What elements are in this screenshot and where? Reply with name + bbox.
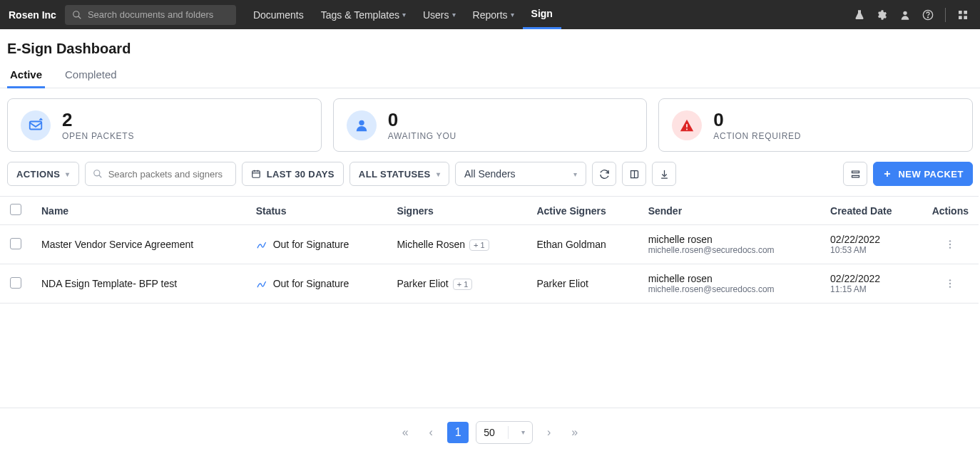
nav-documents[interactable]: Documents	[245, 0, 312, 29]
nav-sign[interactable]: Sign	[523, 0, 561, 29]
col-active-signers[interactable]: Active Signers	[526, 197, 638, 225]
plus-icon	[882, 169, 892, 179]
chevron-down-icon: ▾	[452, 11, 456, 19]
prev-page-button[interactable]: ‹	[422, 423, 440, 442]
svg-point-25	[949, 240, 951, 242]
svg-point-3	[903, 11, 907, 14]
chevron-down-icon: ▾	[511, 11, 514, 19]
flask-icon[interactable]	[854, 9, 865, 21]
address-book-button[interactable]	[622, 162, 646, 186]
nav-utility-icons	[842, 8, 980, 22]
download-button[interactable]	[652, 162, 676, 186]
svg-rect-10	[30, 121, 42, 129]
list-layout-icon	[850, 169, 861, 180]
table-row[interactable]: Master Vendor Service Agreement Out for …	[0, 225, 979, 264]
svg-rect-21	[852, 171, 859, 173]
next-page-button[interactable]: ›	[540, 423, 558, 442]
user-icon[interactable]	[899, 9, 911, 21]
search-icon	[93, 169, 103, 179]
cell-signers: Michelle Rosen+ 1	[387, 225, 526, 264]
cell-signers: Parker Eliot+ 1	[387, 264, 526, 304]
tab-completed[interactable]: Completed	[62, 63, 120, 88]
cell-sender: michelle rosen michelle.rosen@securedocs…	[638, 225, 820, 264]
svg-point-27	[949, 247, 951, 248]
envelope-up-icon	[21, 110, 51, 140]
apps-grid-icon[interactable]	[957, 9, 969, 21]
svg-rect-16	[252, 171, 260, 177]
svg-rect-8	[959, 16, 962, 19]
row-checkbox[interactable]	[10, 238, 21, 249]
bulk-actions-button[interactable]: ACTIONS ▾	[7, 162, 79, 186]
refresh-button[interactable]	[592, 162, 616, 186]
cell-name: NDA Esign Template- BFP test	[31, 264, 246, 304]
page-number[interactable]: 1	[447, 422, 469, 443]
packets-table: Name Status Signers Active Signers Sende…	[0, 196, 979, 304]
cell-created-date: 02/22/2022 11:15 AM	[820, 264, 922, 304]
top-nav: Rosen Inc Documents Tags & Templates▾ Us…	[0, 0, 980, 29]
chevron-down-icon: ▾	[402, 11, 406, 19]
page-size-select[interactable]: 50 ▾	[476, 421, 533, 444]
pagination: « ‹ 1 50 ▾ › »	[0, 408, 980, 456]
svg-rect-7	[964, 11, 967, 14]
stat-label: AWAITING YOU	[388, 131, 456, 141]
nav-reports[interactable]: Reports▾	[464, 0, 523, 29]
col-created-date[interactable]: Created Date	[820, 197, 922, 225]
stat-label: ACTION REQUIRED	[713, 131, 801, 141]
help-icon[interactable]	[922, 9, 934, 21]
signer-count-badge: + 1	[469, 239, 489, 251]
select-all-checkbox[interactable]	[10, 204, 21, 215]
col-sender[interactable]: Sender	[638, 197, 820, 225]
chevron-down-icon: ▾	[66, 170, 69, 178]
chevron-down-icon: ▾	[521, 428, 525, 436]
stat-open-packets[interactable]: 2 OPEN PACKETS	[7, 98, 322, 152]
nav-users[interactable]: Users▾	[414, 0, 464, 29]
first-page-button[interactable]: «	[396, 423, 414, 442]
col-signers[interactable]: Signers	[387, 197, 526, 225]
signer-count-badge: + 1	[453, 279, 473, 290]
row-menu-button[interactable]	[932, 239, 969, 250]
stat-label: OPEN PACKETS	[62, 131, 134, 141]
row-checkbox[interactable]	[10, 277, 21, 289]
cell-name: Master Vendor Service Agreement	[31, 225, 246, 264]
row-menu-button[interactable]	[932, 278, 969, 289]
book-icon	[629, 169, 640, 180]
global-search-input[interactable]	[88, 9, 229, 20]
cell-created-date: 02/22/2022 10:53 AM	[820, 225, 922, 264]
last-page-button[interactable]: »	[566, 423, 584, 442]
nav-items: Documents Tags & Templates▾ Users▾ Repor…	[245, 0, 561, 29]
stat-cards: 2 OPEN PACKETS 0 AWAITING YOU 0 ACTION R…	[0, 88, 980, 162]
date-filter-button[interactable]: LAST 30 DAYS	[242, 162, 344, 186]
cell-status: Out for Signature	[246, 225, 387, 264]
cell-active-signers: Parker Eliot	[526, 264, 638, 304]
view-toggle-button[interactable]	[843, 162, 867, 186]
sender-filter-select[interactable]: All Senders ▾	[455, 162, 586, 186]
cell-sender: michelle rosen michelle.rosen@securedocs…	[638, 264, 820, 304]
stat-action-required[interactable]: 0 ACTION REQUIRED	[658, 98, 973, 152]
global-search[interactable]	[65, 5, 236, 25]
stat-awaiting-you[interactable]: 0 AWAITING YOU	[333, 98, 648, 152]
chevron-down-icon: ▾	[573, 170, 577, 178]
svg-line-15	[98, 175, 101, 178]
gear-icon[interactable]	[877, 9, 888, 21]
packet-search[interactable]	[85, 162, 236, 186]
col-actions: Actions	[922, 197, 979, 225]
packet-search-input[interactable]	[108, 169, 228, 180]
new-packet-button[interactable]: NEW PACKET	[873, 162, 973, 186]
refresh-icon	[599, 169, 610, 180]
chevron-down-icon: ▾	[437, 170, 440, 178]
tab-active[interactable]: Active	[7, 63, 45, 88]
col-status[interactable]: Status	[246, 197, 387, 225]
page-title: E-Sign Dashboard	[0, 29, 980, 63]
nav-tags-templates[interactable]: Tags & Templates▾	[312, 0, 414, 29]
svg-point-30	[949, 286, 951, 287]
status-filter-button[interactable]: ALL STATUSES ▾	[349, 162, 449, 186]
dashboard-tabs: Active Completed	[0, 63, 980, 88]
signature-icon	[256, 278, 267, 289]
table-header-row: Name Status Signers Active Signers Sende…	[0, 197, 979, 225]
table-row[interactable]: NDA Esign Template- BFP test Out for Sig…	[0, 264, 979, 304]
svg-point-26	[949, 244, 951, 245]
svg-line-1	[78, 16, 81, 19]
col-name[interactable]: Name	[31, 197, 246, 225]
cell-active-signers: Ethan Goldman	[526, 225, 638, 264]
svg-rect-9	[964, 16, 967, 19]
